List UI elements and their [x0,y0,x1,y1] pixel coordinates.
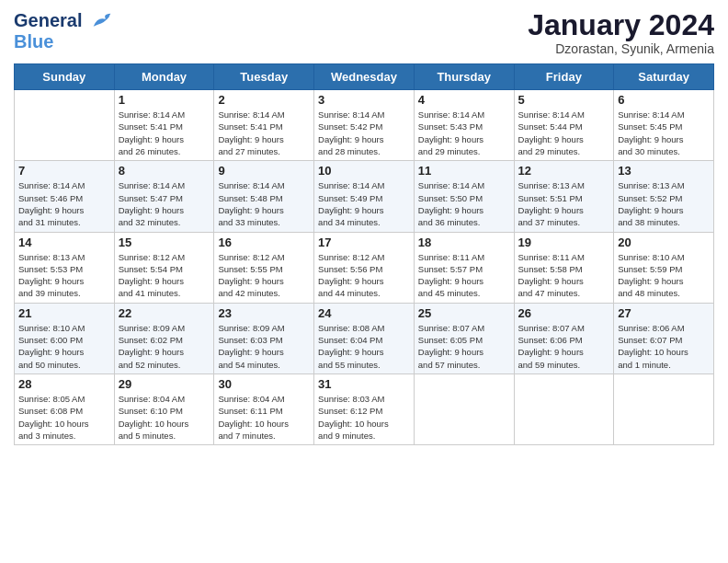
day-content: Sunrise: 8:13 AMSunset: 5:52 PMDaylight:… [618,179,710,228]
calendar-cell: 11Sunrise: 8:14 AMSunset: 5:50 PMDayligh… [414,161,514,232]
day-number: 1 [119,93,210,107]
calendar-cell: 9Sunrise: 8:14 AMSunset: 5:48 PMDaylight… [214,161,314,232]
calendar-cell: 16Sunrise: 8:12 AMSunset: 5:55 PMDayligh… [214,232,314,303]
calendar-cell: 1Sunrise: 8:14 AMSunset: 5:41 PMDaylight… [114,90,214,161]
day-content: Sunrise: 8:13 AMSunset: 5:51 PMDaylight:… [518,179,610,228]
calendar-cell: 15Sunrise: 8:12 AMSunset: 5:54 PMDayligh… [114,232,214,303]
day-number: 24 [318,306,410,320]
calendar-cell: 27Sunrise: 8:06 AMSunset: 6:07 PMDayligh… [614,303,714,373]
calendar-cell: 3Sunrise: 8:14 AMSunset: 5:42 PMDaylight… [314,90,415,161]
day-number: 18 [418,236,510,249]
day-number: 10 [318,164,410,178]
day-content: Sunrise: 8:10 AMSunset: 6:00 PMDaylight:… [18,322,110,371]
day-content: Sunrise: 8:05 AMSunset: 6:08 PMDaylight:… [18,393,110,442]
day-number: 31 [318,377,410,391]
calendar-cell: 5Sunrise: 8:14 AMSunset: 5:44 PMDaylight… [514,90,614,161]
calendar-cell: 20Sunrise: 8:10 AMSunset: 5:59 PMDayligh… [614,232,714,303]
day-number: 30 [218,377,310,391]
calendar-cell [414,373,514,444]
day-content: Sunrise: 8:14 AMSunset: 5:50 PMDaylight:… [418,179,510,228]
day-header-thursday: Thursday [414,64,514,90]
day-number: 5 [518,93,610,107]
calendar-week-row: 7Sunrise: 8:14 AMSunset: 5:46 PMDaylight… [15,161,714,232]
day-number: 21 [18,306,110,320]
calendar-cell: 30Sunrise: 8:04 AMSunset: 6:11 PMDayligh… [214,373,314,444]
day-header-friday: Friday [514,64,614,90]
calendar-header-row: SundayMondayTuesdayWednesdayThursdayFrid… [15,64,714,90]
day-number: 4 [418,93,510,107]
header: General Blue January 2024 Dzorastan, Syu… [14,9,714,56]
month-year-title: January 2024 [528,9,714,41]
calendar-cell: 12Sunrise: 8:13 AMSunset: 5:51 PMDayligh… [514,161,614,232]
calendar-cell: 13Sunrise: 8:13 AMSunset: 5:52 PMDayligh… [614,161,714,232]
day-number: 11 [418,164,510,178]
calendar-cell: 23Sunrise: 8:09 AMSunset: 6:03 PMDayligh… [214,303,314,373]
day-header-wednesday: Wednesday [314,64,415,90]
day-content: Sunrise: 8:14 AMSunset: 5:47 PMDaylight:… [119,179,210,228]
day-number: 3 [318,93,410,107]
page: General Blue January 2024 Dzorastan, Syu… [0,0,728,563]
day-header-tuesday: Tuesday [214,64,314,90]
calendar-cell: 6Sunrise: 8:14 AMSunset: 5:45 PMDaylight… [614,90,714,161]
calendar-cell: 2Sunrise: 8:14 AMSunset: 5:41 PMDaylight… [214,90,314,161]
day-number: 8 [119,164,210,178]
day-number: 15 [119,236,210,249]
day-content: Sunrise: 8:14 AMSunset: 5:45 PMDaylight:… [618,109,710,157]
day-number: 17 [318,236,410,249]
day-number: 16 [218,236,310,249]
day-content: Sunrise: 8:14 AMSunset: 5:44 PMDaylight:… [518,109,610,157]
calendar-cell: 25Sunrise: 8:07 AMSunset: 6:05 PMDayligh… [414,303,514,373]
calendar-cell: 4Sunrise: 8:14 AMSunset: 5:43 PMDaylight… [414,90,514,161]
day-content: Sunrise: 8:14 AMSunset: 5:48 PMDaylight:… [218,179,310,228]
calendar-cell: 28Sunrise: 8:05 AMSunset: 6:08 PMDayligh… [15,373,115,444]
day-header-monday: Monday [114,64,214,90]
calendar-cell: 19Sunrise: 8:11 AMSunset: 5:58 PMDayligh… [514,232,614,303]
calendar-cell: 17Sunrise: 8:12 AMSunset: 5:56 PMDayligh… [314,232,415,303]
calendar-cell: 8Sunrise: 8:14 AMSunset: 5:47 PMDaylight… [114,161,214,232]
calendar-week-row: 14Sunrise: 8:13 AMSunset: 5:53 PMDayligh… [15,232,714,303]
day-content: Sunrise: 8:11 AMSunset: 5:58 PMDaylight:… [518,251,610,300]
day-content: Sunrise: 8:10 AMSunset: 5:59 PMDaylight:… [618,251,710,300]
day-content: Sunrise: 8:12 AMSunset: 5:56 PMDaylight:… [318,251,410,300]
calendar-cell: 21Sunrise: 8:10 AMSunset: 6:00 PMDayligh… [15,303,115,373]
day-number: 13 [618,164,710,178]
day-number: 12 [518,164,610,178]
location-subtitle: Dzorastan, Syunik, Armenia [528,41,714,56]
calendar-cell: 7Sunrise: 8:14 AMSunset: 5:46 PMDaylight… [15,161,115,232]
day-number: 28 [18,377,110,391]
day-number: 7 [18,164,110,178]
day-number: 23 [218,306,310,320]
calendar-cell: 31Sunrise: 8:03 AMSunset: 6:12 PMDayligh… [314,373,415,444]
day-content: Sunrise: 8:06 AMSunset: 6:07 PMDaylight:… [618,322,710,371]
calendar-week-row: 1Sunrise: 8:14 AMSunset: 5:41 PMDaylight… [15,90,714,161]
calendar-cell [614,373,714,444]
day-content: Sunrise: 8:14 AMSunset: 5:42 PMDaylight:… [318,109,410,157]
day-content: Sunrise: 8:14 AMSunset: 5:41 PMDaylight:… [218,109,310,157]
day-content: Sunrise: 8:14 AMSunset: 5:43 PMDaylight:… [418,109,510,157]
day-number: 22 [119,306,210,320]
day-content: Sunrise: 8:09 AMSunset: 6:03 PMDaylight:… [218,322,310,371]
day-content: Sunrise: 8:07 AMSunset: 6:05 PMDaylight:… [418,322,510,371]
title-block: January 2024 Dzorastan, Syunik, Armenia [528,9,714,56]
day-number: 20 [618,236,710,249]
day-number: 6 [618,93,710,107]
day-content: Sunrise: 8:07 AMSunset: 6:06 PMDaylight:… [518,322,610,371]
calendar-cell: 26Sunrise: 8:07 AMSunset: 6:06 PMDayligh… [514,303,614,373]
calendar-cell: 18Sunrise: 8:11 AMSunset: 5:57 PMDayligh… [414,232,514,303]
calendar-cell: 10Sunrise: 8:14 AMSunset: 5:49 PMDayligh… [314,161,415,232]
day-content: Sunrise: 8:03 AMSunset: 6:12 PMDaylight:… [318,393,410,442]
calendar-cell: 24Sunrise: 8:08 AMSunset: 6:04 PMDayligh… [314,303,415,373]
calendar-week-row: 21Sunrise: 8:10 AMSunset: 6:00 PMDayligh… [15,303,714,373]
calendar-cell: 22Sunrise: 8:09 AMSunset: 6:02 PMDayligh… [114,303,214,373]
calendar-cell [514,373,614,444]
day-content: Sunrise: 8:04 AMSunset: 6:10 PMDaylight:… [119,393,210,442]
calendar-week-row: 28Sunrise: 8:05 AMSunset: 6:08 PMDayligh… [15,373,714,444]
day-number: 26 [518,306,610,320]
day-number: 29 [119,377,210,391]
day-content: Sunrise: 8:11 AMSunset: 5:57 PMDaylight:… [418,251,510,300]
day-number: 27 [618,306,710,320]
day-content: Sunrise: 8:13 AMSunset: 5:53 PMDaylight:… [18,251,110,300]
day-number: 25 [418,306,510,320]
day-content: Sunrise: 8:04 AMSunset: 6:11 PMDaylight:… [218,393,310,442]
day-content: Sunrise: 8:08 AMSunset: 6:04 PMDaylight:… [318,322,410,371]
